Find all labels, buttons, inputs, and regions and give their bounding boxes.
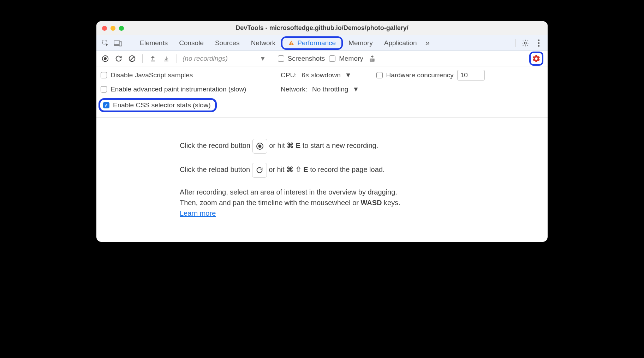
clear-button[interactable] bbox=[127, 54, 137, 63]
reload-instruction: Click the reload button or hit ⌘ ⇧ E to … bbox=[180, 163, 533, 178]
dropdown-caret-icon: ▼ bbox=[352, 85, 359, 93]
svg-point-8 bbox=[538, 42, 539, 43]
svg-rect-4 bbox=[291, 42, 292, 43]
css-stats-label: Enable CSS selector stats (slow) bbox=[113, 101, 211, 109]
hardware-concurrency-input[interactable]: 10 bbox=[457, 70, 485, 80]
upload-button[interactable] bbox=[148, 54, 157, 63]
capture-settings-panel: Disable JavaScript samples CPU: 6× slowd… bbox=[96, 66, 548, 118]
paint-instrumentation-toggle[interactable]: Enable advanced paint instrumentation (s… bbox=[101, 85, 277, 93]
disable-js-samples-toggle[interactable]: Disable JavaScript samples bbox=[101, 71, 277, 79]
hw-concurrency-value: 10 bbox=[460, 71, 468, 79]
svg-point-19 bbox=[258, 145, 261, 148]
devtools-window: DevTools - microsoftedge.github.io/Demos… bbox=[96, 21, 548, 242]
divider bbox=[177, 54, 177, 63]
paint-instr-label: Enable advanced paint instrumentation (s… bbox=[111, 85, 246, 93]
tab-network[interactable]: Network bbox=[245, 37, 281, 49]
tab-application[interactable]: Application bbox=[378, 37, 423, 49]
record-shortcut: ⌘ E bbox=[287, 142, 300, 149]
network-label: Network: bbox=[281, 85, 307, 93]
checkbox-icon bbox=[278, 55, 284, 62]
svg-rect-5 bbox=[291, 44, 292, 44]
divider bbox=[127, 39, 127, 47]
checkbox-icon bbox=[101, 72, 107, 78]
checkbox-icon bbox=[376, 72, 383, 78]
memory-toggle[interactable]: Memory bbox=[329, 55, 363, 62]
capture-settings-button[interactable] bbox=[529, 52, 543, 66]
titlebar: DevTools - microsoftedge.github.io/Demos… bbox=[96, 21, 548, 35]
cpu-throttle-select[interactable]: 6× slowdown ▼ bbox=[302, 71, 351, 79]
divider bbox=[272, 54, 272, 63]
hardware-concurrency-toggle[interactable]: Hardware concurrency bbox=[376, 71, 454, 79]
inspect-element-icon[interactable] bbox=[100, 38, 111, 48]
svg-point-6 bbox=[524, 42, 526, 44]
tab-elements[interactable]: Elements bbox=[134, 37, 173, 49]
device-toolbar-icon[interactable] bbox=[113, 38, 123, 48]
main-tabbar: Elements Console Sources Network Perform… bbox=[96, 35, 548, 51]
checkbox-icon bbox=[329, 55, 335, 62]
instructions-area: Click the record button or hit ⌘ E to st… bbox=[96, 118, 548, 242]
recordings-placeholder: (no recordings) bbox=[183, 55, 228, 62]
screenshots-label: Screenshots bbox=[288, 55, 325, 62]
drag-instruction: After recording, select an area of inter… bbox=[180, 187, 533, 219]
warning-icon bbox=[288, 40, 294, 46]
record-instruction: Click the record button or hit ⌘ E to st… bbox=[180, 139, 533, 154]
reload-icon bbox=[252, 163, 267, 178]
hw-concurrency-label: Hardware concurrency bbox=[386, 71, 454, 79]
memory-label: Memory bbox=[339, 55, 363, 62]
divider bbox=[142, 54, 143, 63]
record-button[interactable] bbox=[101, 54, 110, 63]
kebab-menu-icon[interactable] bbox=[533, 38, 544, 48]
disable-js-label: Disable JavaScript samples bbox=[111, 71, 193, 79]
tabs: Elements Console Sources Network Perform… bbox=[134, 36, 512, 50]
tab-memory[interactable]: Memory bbox=[343, 37, 378, 49]
more-tabs-button[interactable]: » bbox=[423, 38, 433, 48]
svg-point-9 bbox=[538, 45, 539, 46]
settings-gear-icon[interactable] bbox=[520, 38, 531, 48]
performance-toolbar: (no recordings) ▼ Screenshots Memory bbox=[96, 51, 548, 66]
svg-point-7 bbox=[538, 39, 539, 41]
record-icon bbox=[252, 139, 267, 154]
garbage-collect-button[interactable] bbox=[368, 54, 377, 63]
dropdown-caret-icon: ▼ bbox=[345, 71, 352, 79]
svg-line-13 bbox=[130, 56, 134, 60]
tab-sources[interactable]: Sources bbox=[209, 37, 245, 49]
checkbox-icon bbox=[101, 86, 107, 93]
reload-shortcut: ⌘ ⇧ E bbox=[286, 166, 308, 173]
cpu-value: 6× slowdown bbox=[302, 71, 340, 79]
screenshots-toggle[interactable]: Screenshots bbox=[278, 55, 325, 62]
window-title: DevTools - microsoftedge.github.io/Demos… bbox=[96, 24, 548, 32]
tab-performance[interactable]: Performance bbox=[281, 36, 343, 50]
dropdown-caret-icon: ▼ bbox=[260, 55, 266, 62]
cpu-label: CPU: bbox=[281, 71, 297, 79]
tab-label: Performance bbox=[297, 39, 336, 47]
network-throttle-select[interactable]: No throttling ▼ bbox=[312, 85, 359, 93]
network-value: No throttling bbox=[312, 85, 348, 93]
reload-button[interactable] bbox=[114, 54, 123, 63]
learn-more-link[interactable]: Learn more bbox=[180, 209, 216, 217]
recordings-dropdown[interactable]: (no recordings) ▼ bbox=[183, 55, 266, 62]
tab-console[interactable]: Console bbox=[173, 37, 209, 49]
svg-point-11 bbox=[104, 57, 107, 60]
divider bbox=[515, 39, 516, 47]
checkbox-checked-icon: ✓ bbox=[103, 102, 109, 108]
css-selector-stats-toggle[interactable]: ✓ Enable CSS selector stats (slow) bbox=[99, 98, 217, 112]
download-button[interactable] bbox=[162, 54, 171, 63]
svg-rect-3 bbox=[119, 42, 122, 46]
